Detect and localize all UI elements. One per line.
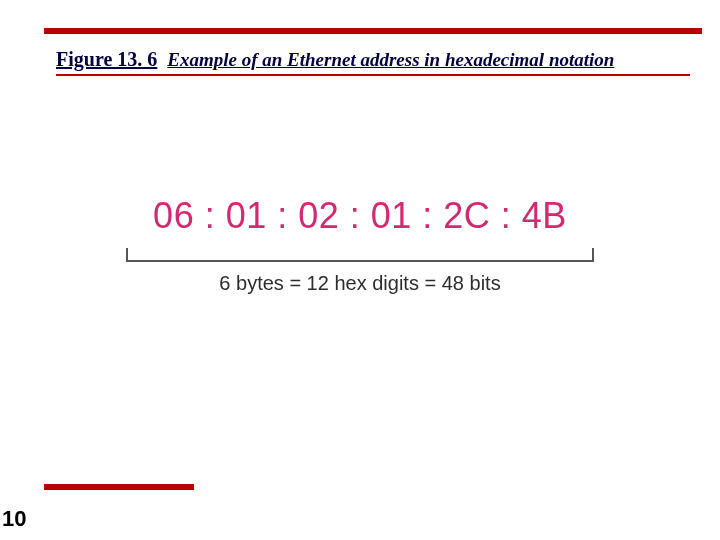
span-bracket: [126, 248, 594, 266]
top-rule: [44, 28, 702, 34]
bottom-rule: [44, 484, 194, 490]
bracket-label: 6 bytes = 12 hex digits = 48 bits: [0, 272, 720, 295]
ethernet-address: 06 : 01 : 02 : 01 : 2C : 4B: [0, 195, 720, 237]
page-number: 10: [2, 506, 26, 532]
figure-caption: Example of an Ethernet address in hexade…: [167, 49, 614, 70]
figure-number: Figure 13. 6: [56, 48, 157, 70]
figure-heading: Figure 13. 6 Example of an Ethernet addr…: [56, 48, 690, 76]
